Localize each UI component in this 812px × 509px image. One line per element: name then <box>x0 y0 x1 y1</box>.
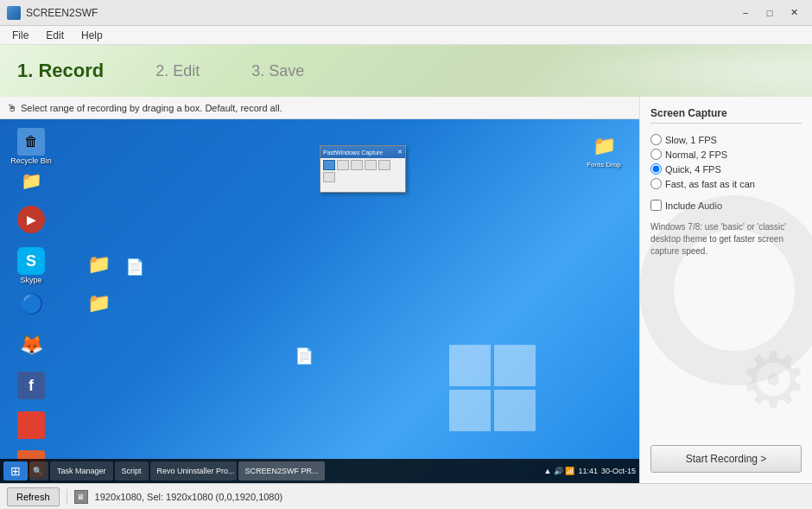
fps-normal-radio[interactable] <box>650 149 662 160</box>
hint-text: Select range of recording by draging a b… <box>21 103 282 113</box>
fps-slow-radio[interactable] <box>650 134 662 145</box>
popup-titlebar: PastWindows Capture ✕ <box>320 146 405 158</box>
titlebar-icon <box>7 6 21 20</box>
fps-slow-label: Slow, 1 FPS <box>665 135 717 145</box>
fps-options: Slow, 1 FPS Normal, 2 FPS Quick, 4 FPS F… <box>650 134 802 189</box>
fps-quick-radio[interactable] <box>650 163 662 175</box>
fps-fast[interactable]: Fast, as fast as it can <box>650 178 802 189</box>
screen-area: 🖱 Select range of recording by draging a… <box>0 97 639 483</box>
popup-body <box>320 158 405 184</box>
taskbar-item-script[interactable]: Script <box>115 461 149 480</box>
taskbar-item-revo[interactable]: Revo Uninstaller Pro... <box>150 461 237 480</box>
fps-fast-radio[interactable] <box>650 178 662 189</box>
menubar: File Edit Help <box>0 26 812 45</box>
step-edit-label: 2. Edit <box>155 62 200 80</box>
popup-window[interactable]: PastWindows Capture ✕ <box>320 145 406 193</box>
menu-edit[interactable]: Edit <box>37 28 73 43</box>
maximize-button[interactable]: □ <box>758 4 781 22</box>
menu-help[interactable]: Help <box>73 28 111 43</box>
step-save[interactable]: 3. Save <box>251 62 304 80</box>
desktop-icon-skype[interactable]: S Skype <box>9 247 54 285</box>
fps-quick-label: Quick, 4 FPS <box>665 164 721 175</box>
taskbar-time: 11:41 <box>578 467 598 475</box>
include-audio[interactable]: Include Audio <box>650 200 802 211</box>
desktop-icon-recyclebin[interactable]: 🗑 Recycle Bin <box>9 128 54 166</box>
right-panel: ⚙ Screen Capture Slow, 1 FPS Normal, 2 F… <box>639 97 812 483</box>
desktop-icon-folder3[interactable]: 📁 <box>76 289 121 319</box>
statusbar-screen-icon[interactable]: 🖥 <box>74 490 88 504</box>
fps-slow[interactable]: Slow, 1 FPS <box>650 134 802 145</box>
desktop-icon-chrome[interactable]: 🔵 <box>9 290 54 320</box>
desktop-icon-center[interactable]: 📄 <box>282 342 327 372</box>
stepbar: 1. Record 2. Edit 3. Save <box>0 45 812 97</box>
desktop-icon-fb[interactable]: f <box>9 372 54 401</box>
titlebar-title: SCREEN2SWF <box>26 7 98 19</box>
screen-capture-title: Screen Capture <box>650 107 802 124</box>
main: 🖱 Select range of recording by draging a… <box>0 97 812 483</box>
start-recording-button[interactable]: Start Recording > <box>650 445 802 473</box>
panel-bg-icon: ⚙ <box>721 328 812 431</box>
step-record-label: 1. Record <box>17 60 104 82</box>
taskbar-start[interactable]: ⊞ <box>3 461 28 480</box>
step-edit[interactable]: 2. Edit <box>155 62 200 80</box>
step-save-label: 3. Save <box>251 62 304 80</box>
capture-hint-text: Windows 7/8: use 'basic' or 'classic' de… <box>650 221 802 258</box>
taskbar-item-taskmanager[interactable]: Task Manager <box>50 461 113 480</box>
statusbar: Refresh 🖥 1920x1080, Sel: 1920x1080 (0,0… <box>0 483 812 509</box>
titlebar-left: SCREEN2SWF <box>7 6 98 20</box>
include-audio-label: Include Audio <box>665 200 722 211</box>
screen-preview[interactable]: 🗑 Recycle Bin 📁 ▶ S Skype 🔵 🦊 <box>0 119 639 483</box>
fps-normal[interactable]: Normal, 2 FPS <box>650 149 802 160</box>
desktop-icon-doc[interactable]: 📄 <box>112 253 157 283</box>
taskbar-item-screen2swf[interactable]: SCREEN2SWF PR... <box>238 461 325 480</box>
menu-file[interactable]: File <box>3 28 37 43</box>
titlebar-controls: − □ ✕ <box>734 4 805 22</box>
close-button[interactable]: ✕ <box>783 4 805 22</box>
desktop-icon-firefox[interactable]: 🦊 <box>9 331 54 360</box>
fps-normal-label: Normal, 2 FPS <box>665 150 727 160</box>
titlebar: SCREEN2SWF − □ ✕ <box>0 0 812 26</box>
refresh-button[interactable]: Refresh <box>7 487 60 506</box>
fps-quick[interactable]: Quick, 4 FPS <box>650 163 802 175</box>
statusbar-resolution: 1920x1080, Sel: 1920x1080 (0,0,1920,1080… <box>95 492 283 502</box>
taskbar-date: 30-Oct-15 <box>601 467 636 475</box>
desktop-icon-topright[interactable]: 📁 Fonts Drop <box>581 132 626 169</box>
taskbar: ⊞ 🔍 Task Manager Script Revo Uninstaller… <box>0 459 639 483</box>
include-audio-checkbox[interactable] <box>650 200 662 211</box>
desktop-icon-2[interactable]: 📁 <box>9 167 54 196</box>
hint-icon: 🖱 <box>7 102 17 114</box>
popup-title: PastWindows Capture <box>323 150 383 156</box>
windows-logo <box>449 345 536 431</box>
minimize-button[interactable]: − <box>734 4 757 22</box>
step-record[interactable]: 1. Record <box>17 60 104 82</box>
taskbar-right: ▲ 🔊 📶 11:41 30-Oct-15 <box>544 467 636 475</box>
fps-fast-label: Fast, as fast as it can <box>665 179 755 189</box>
desktop-icon-3[interactable]: ▶ <box>9 206 54 235</box>
desktop-icon-8[interactable] <box>9 411 54 441</box>
statusbar-separator <box>67 489 67 505</box>
taskbar-search[interactable]: 🔍 <box>29 461 48 480</box>
hint-bar: 🖱 Select range of recording by draging a… <box>0 97 639 119</box>
taskbar-systray: ▲ 🔊 📶 <box>544 467 575 475</box>
